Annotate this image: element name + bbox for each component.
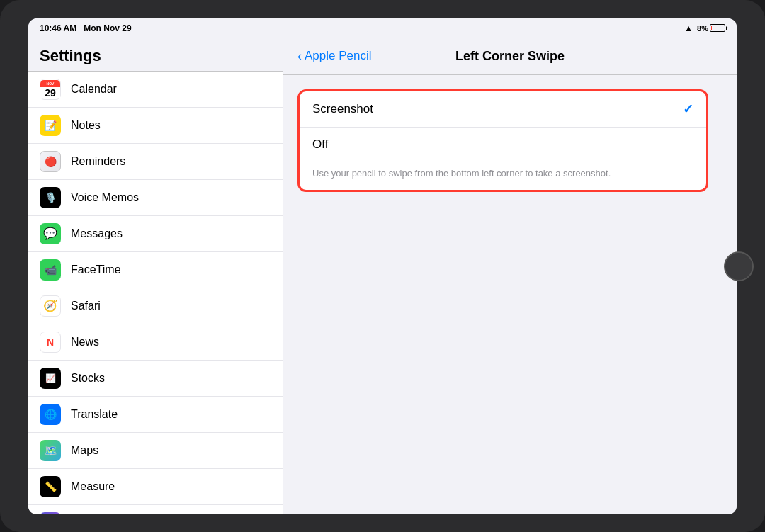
translate-app-icon: 🌐: [40, 404, 61, 425]
maps-app-icon: 🗺️: [40, 440, 61, 461]
battery-percent: 8%: [697, 24, 708, 33]
detail-pane: ‹ Apple Pencil Left Corner Swipe Screens…: [283, 38, 737, 514]
sidebar-item-news[interactable]: N News: [28, 324, 283, 361]
sidebar-item-label: Maps: [71, 444, 98, 457]
back-chevron-icon: ‹: [298, 49, 302, 64]
status-bar: 10:46 AM Mon Nov 29 ▲ 8%: [28, 18, 737, 38]
sidebar-item-label: Stocks: [71, 372, 105, 385]
battery-bar: [710, 24, 725, 32]
sidebar-item-label: Safari: [71, 300, 101, 312]
sidebar-item-label: Messages: [71, 227, 123, 240]
shortcuts-app-icon: ⚡: [40, 512, 61, 514]
sidebar-item-stocks[interactable]: 📈 Stocks: [28, 361, 283, 397]
sidebar-item-maps[interactable]: 🗺️ Maps: [28, 433, 283, 469]
date-display: Mon Nov 29: [84, 23, 131, 33]
measure-app-icon: 📏: [40, 476, 61, 497]
option-label-screenshot: Screenshot: [312, 102, 373, 116]
ipad-screen: 10:46 AM Mon Nov 29 ▲ 8% Settings: [28, 18, 737, 514]
back-button[interactable]: ‹ Apple Pencil: [298, 49, 372, 64]
ipad-frame: 10:46 AM Mon Nov 29 ▲ 8% Settings: [0, 0, 765, 532]
cal-top: NOV: [40, 80, 60, 87]
sidebar-item-label: Voice Memos: [71, 191, 139, 204]
checkmark-icon: ✓: [683, 101, 693, 117]
sidebar-item-label: Notes: [71, 119, 101, 132]
detail-content: Screenshot ✓ Off Use your pencil to swip…: [283, 75, 737, 514]
sidebar-item-label: Translate: [71, 408, 118, 421]
battery-fill: [711, 26, 712, 30]
sidebar-header: Settings: [28, 38, 283, 72]
safari-app-icon: 🧭: [40, 295, 61, 317]
messages-app-icon: 💬: [40, 223, 61, 244]
sidebar-item-label: News: [71, 336, 99, 349]
news-app-icon: N: [40, 332, 61, 353]
sidebar-item-calendar[interactable]: NOV 29 Calendar: [28, 72, 283, 108]
back-label: Apple Pencil: [305, 49, 372, 63]
sidebar: Settings NOV 29 Calendar: [28, 38, 283, 514]
wifi-icon: ▲: [684, 23, 693, 33]
detail-header: ‹ Apple Pencil Left Corner Swipe: [283, 38, 737, 75]
sidebar-item-label: Reminders: [71, 155, 125, 168]
facetime-app-icon: 📹: [40, 259, 61, 281]
sidebar-item-label: Measure: [71, 480, 115, 493]
sidebar-item-safari[interactable]: 🧭 Safari: [28, 288, 283, 324]
calendar-app-icon: NOV 29: [40, 79, 61, 100]
cal-bottom: 29: [40, 87, 60, 98]
option-label-off: Off: [312, 137, 328, 152]
sidebar-item-voicememos[interactable]: 🎙️ Voice Memos: [28, 180, 283, 216]
sidebar-title: Settings: [40, 47, 101, 64]
calendar-icon-inner: NOV 29: [40, 80, 60, 98]
status-bar-right: ▲ 8%: [684, 23, 725, 33]
sidebar-item-reminders[interactable]: 🔴 Reminders: [28, 144, 283, 180]
sidebar-list: NOV 29 Calendar 📝 Notes 🔴: [28, 72, 283, 514]
sidebar-item-label: Calendar: [71, 83, 117, 96]
notes-app-icon: 📝: [40, 115, 61, 136]
home-button[interactable]: [724, 251, 754, 281]
sidebar-item-messages[interactable]: 💬 Messages: [28, 216, 283, 252]
option-row-screenshot[interactable]: Screenshot ✓: [300, 91, 706, 128]
sidebar-item-translate[interactable]: 🌐 Translate: [28, 397, 283, 433]
reminders-app-icon: 🔴: [40, 151, 61, 172]
option-row-off[interactable]: Off: [300, 128, 706, 162]
main-content: Settings NOV 29 Calendar: [28, 38, 737, 514]
detail-title: Left Corner Swipe: [455, 49, 565, 64]
sidebar-item-facetime[interactable]: 📹 FaceTime: [28, 252, 283, 288]
sidebar-item-measure[interactable]: 📏 Measure: [28, 469, 283, 505]
battery-container: 8%: [697, 24, 725, 33]
sidebar-item-notes[interactable]: 📝 Notes: [28, 108, 283, 144]
status-bar-time: 10:46 AM Mon Nov 29: [40, 23, 132, 33]
voicememos-app-icon: 🎙️: [40, 187, 61, 208]
time-display: 10:46 AM: [40, 23, 76, 33]
stocks-app-icon: 📈: [40, 368, 61, 389]
sidebar-item-label: FaceTime: [71, 264, 121, 276]
hint-text: Use your pencil to swipe from the bottom…: [300, 162, 706, 190]
sidebar-item-shortcuts[interactable]: ⚡ Shortcuts: [28, 505, 283, 514]
options-card: Screenshot ✓ Off Use your pencil to swip…: [298, 89, 708, 192]
